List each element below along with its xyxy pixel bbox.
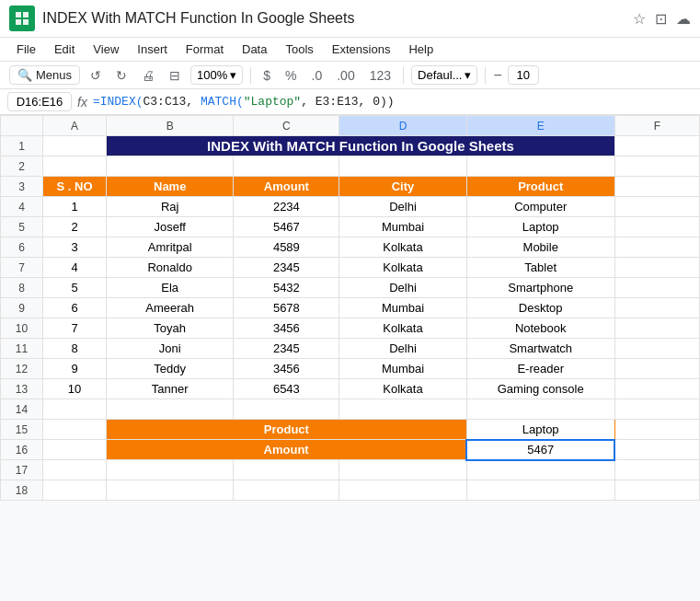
cell-b14[interactable] — [107, 399, 234, 420]
font-size-input[interactable]: 10 — [508, 65, 539, 85]
cell-a16[interactable] — [43, 440, 107, 460]
menu-tools[interactable]: Tools — [278, 40, 320, 59]
cell-f18[interactable] — [614, 480, 699, 501]
cell-b9[interactable]: Ameerah — [107, 298, 234, 318]
cell-f7[interactable] — [614, 258, 699, 278]
menu-help[interactable]: Help — [401, 40, 441, 59]
font-family-selector[interactable]: Defaul... ▾ — [411, 65, 477, 85]
col-header-c[interactable]: C — [234, 116, 339, 136]
cell-e5[interactable]: Laptop — [466, 217, 614, 237]
cell-d6[interactable]: Kolkata — [339, 237, 466, 258]
cell-f4[interactable] — [614, 197, 699, 217]
decimal-increase-button[interactable]: .00 — [332, 66, 359, 85]
cell-c18[interactable] — [234, 480, 339, 501]
cell-d14[interactable] — [339, 399, 466, 420]
cell-f6[interactable] — [614, 237, 699, 258]
cell-c13[interactable]: 6543 — [234, 379, 339, 399]
cell-c14[interactable] — [234, 399, 339, 420]
cell-amount-label[interactable]: Amount — [107, 440, 466, 460]
cell-f11[interactable] — [614, 339, 699, 359]
cell-product-value[interactable]: Laptop — [466, 420, 614, 440]
col-header-e[interactable]: E — [466, 116, 614, 136]
cell-a13[interactable]: 10 — [43, 379, 107, 399]
currency-button[interactable]: $ — [258, 66, 275, 85]
cell-b13[interactable]: Tanner — [107, 379, 234, 399]
paint-format-button[interactable]: ⊟ — [165, 66, 185, 85]
cell-f16[interactable] — [614, 440, 699, 460]
cell-d10[interactable]: Kolkata — [339, 318, 466, 339]
cell-a8[interactable]: 5 — [43, 278, 107, 298]
cell-d2[interactable] — [339, 156, 466, 177]
menu-view[interactable]: View — [86, 40, 126, 59]
folder-icon[interactable]: ⊡ — [655, 10, 667, 28]
col-header-a[interactable]: A — [43, 116, 107, 136]
cell-a15[interactable] — [43, 420, 107, 440]
cell-title[interactable]: INDEX With MATCH Function In Google Shee… — [107, 136, 615, 156]
cell-f17[interactable] — [614, 460, 699, 480]
cell-c9[interactable]: 5678 — [234, 298, 339, 318]
cell-a17[interactable] — [43, 460, 107, 480]
cell-b17[interactable] — [107, 460, 234, 480]
cell-d12[interactable]: Mumbai — [339, 359, 466, 379]
cell-a18[interactable] — [43, 480, 107, 501]
cell-f14[interactable] — [614, 399, 699, 420]
cell-f3[interactable] — [614, 177, 699, 197]
cell-f1[interactable] — [614, 136, 699, 156]
menu-file[interactable]: File — [9, 40, 43, 59]
cell-b12[interactable]: Teddy — [107, 359, 234, 379]
cell-c6[interactable]: 4589 — [234, 237, 339, 258]
cell-e14[interactable] — [466, 399, 614, 420]
cell-e4[interactable]: Computer — [466, 197, 614, 217]
cell-e2[interactable] — [466, 156, 614, 177]
cell-d7[interactable]: Kolkata — [339, 258, 466, 278]
cell-f15[interactable] — [614, 420, 699, 440]
cell-f8[interactable] — [614, 278, 699, 298]
number-format-button[interactable]: 123 — [365, 66, 396, 85]
cell-d17[interactable] — [339, 460, 466, 480]
cell-a12[interactable]: 9 — [43, 359, 107, 379]
cell-c4[interactable]: 2234 — [234, 197, 339, 217]
cell-e13[interactable]: Gaming console — [466, 379, 614, 399]
col-header-d[interactable]: D — [339, 116, 466, 136]
menu-edit[interactable]: Edit — [47, 40, 82, 59]
cell-a14[interactable] — [43, 399, 107, 420]
cell-c17[interactable] — [234, 460, 339, 480]
menu-data[interactable]: Data — [235, 40, 274, 59]
cloud-icon[interactable]: ☁ — [676, 10, 691, 28]
cell-c2[interactable] — [234, 156, 339, 177]
cell-e9[interactable]: Desktop — [466, 298, 614, 318]
cell-d5[interactable]: Mumbai — [339, 217, 466, 237]
cell-d8[interactable]: Delhi — [339, 278, 466, 298]
cell-f12[interactable] — [614, 359, 699, 379]
cell-a5[interactable]: 2 — [43, 217, 107, 237]
cell-b7[interactable]: Ronaldo — [107, 258, 234, 278]
cell-e7[interactable]: Tablet — [466, 258, 614, 278]
cell-a3[interactable]: S . NO — [43, 177, 107, 197]
cell-a2[interactable] — [43, 156, 107, 177]
cell-d3[interactable]: City — [339, 177, 466, 197]
cell-a6[interactable]: 3 — [43, 237, 107, 258]
cell-d4[interactable]: Delhi — [339, 197, 466, 217]
cell-f9[interactable] — [614, 298, 699, 318]
font-size-decrease-button[interactable]: − — [493, 67, 501, 84]
cell-f2[interactable] — [614, 156, 699, 177]
cell-a1[interactable] — [43, 136, 107, 156]
cell-b6[interactable]: Amritpal — [107, 237, 234, 258]
menu-extensions[interactable]: Extensions — [325, 40, 398, 59]
cell-d9[interactable]: Mumbai — [339, 298, 466, 318]
cell-f5[interactable] — [614, 217, 699, 237]
cell-c7[interactable]: 2345 — [234, 258, 339, 278]
cell-c12[interactable]: 3456 — [234, 359, 339, 379]
cell-b3[interactable]: Name — [107, 177, 234, 197]
cell-e6[interactable]: Mobile — [466, 237, 614, 258]
search-menus[interactable]: 🔍 Menus — [9, 65, 80, 85]
cell-product-label[interactable]: Product — [107, 420, 466, 440]
cell-e12[interactable]: E-reader — [466, 359, 614, 379]
col-header-b[interactable]: B — [107, 116, 234, 136]
cell-e11[interactable]: Smartwatch — [466, 339, 614, 359]
cell-f13[interactable] — [614, 379, 699, 399]
zoom-selector[interactable]: 100% ▾ — [190, 65, 243, 85]
cell-c5[interactable]: 5467 — [234, 217, 339, 237]
decimal-decrease-button[interactable]: .0 — [307, 66, 327, 85]
cell-b4[interactable]: Raj — [107, 197, 234, 217]
